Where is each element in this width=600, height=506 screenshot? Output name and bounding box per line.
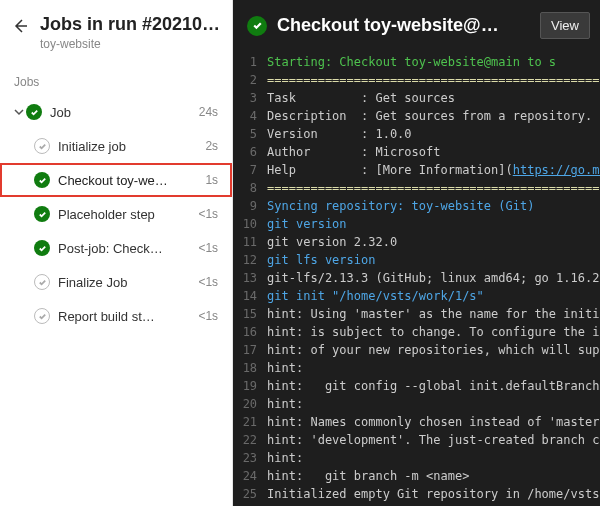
status-success-icon bbox=[247, 16, 267, 36]
status-done-icon bbox=[34, 274, 50, 290]
log-line: 1Starting: Checkout toy-website@main to … bbox=[239, 53, 600, 71]
step-label: Report build st… bbox=[58, 309, 198, 324]
log-line: 23hint: bbox=[239, 449, 600, 467]
line-text: Author : Microsoft bbox=[267, 143, 440, 161]
line-number: 8 bbox=[239, 179, 267, 197]
job-label: Job bbox=[50, 105, 199, 120]
arrow-left-icon bbox=[12, 18, 28, 34]
job-row-root[interactable]: Job 24s bbox=[0, 95, 232, 129]
log-line: 25Initialized empty Git repository in /h… bbox=[239, 485, 600, 503]
line-number: 9 bbox=[239, 197, 267, 215]
step-title: Checkout toy-website@… bbox=[277, 15, 530, 36]
jobs-panel: Jobs in run #20210… toy-website Jobs Job… bbox=[0, 0, 233, 506]
line-text: git-lfs/2.13.3 (GitHub; linux amd64; go … bbox=[267, 269, 600, 287]
repo-subtitle: toy-website bbox=[40, 37, 220, 51]
step-label: Placeholder step bbox=[58, 207, 198, 222]
line-number: 14 bbox=[239, 287, 267, 305]
line-number: 21 bbox=[239, 413, 267, 431]
log-line: 12git lfs version bbox=[239, 251, 600, 269]
status-success-icon bbox=[26, 104, 42, 120]
line-text: ========================================… bbox=[267, 179, 600, 197]
line-number: 25 bbox=[239, 485, 267, 503]
step-duration: <1s bbox=[198, 275, 218, 289]
line-text: Initialized empty Git repository in /hom… bbox=[267, 485, 600, 503]
log-line: 4Description : Get sources from a reposi… bbox=[239, 107, 600, 125]
line-text: hint: Names commonly chosen instead of '… bbox=[267, 413, 600, 431]
log-line: 15hint: Using 'master' as the name for t… bbox=[239, 305, 600, 323]
line-text: git init "/home/vsts/work/1/s" bbox=[267, 287, 484, 305]
line-number: 22 bbox=[239, 431, 267, 449]
step-row[interactable]: Initialize job2s bbox=[0, 129, 232, 163]
step-duration: <1s bbox=[198, 207, 218, 221]
log-line: 13git-lfs/2.13.3 (GitHub; linux amd64; g… bbox=[239, 269, 600, 287]
line-text: Version : 1.0.0 bbox=[267, 125, 412, 143]
step-label: Post-job: Check… bbox=[58, 241, 198, 256]
step-duration: 2s bbox=[205, 139, 218, 153]
log-line: 22hint: 'development'. The just-created … bbox=[239, 431, 600, 449]
line-number: 13 bbox=[239, 269, 267, 287]
link[interactable]: https://go.micros bbox=[513, 163, 600, 177]
status-success-icon bbox=[34, 206, 50, 222]
line-number: 17 bbox=[239, 341, 267, 359]
line-text: hint: of your new repositories, which wi… bbox=[267, 341, 600, 359]
log-line: 17hint: of your new repositories, which … bbox=[239, 341, 600, 359]
line-text: git version bbox=[267, 215, 346, 233]
chevron-down-icon bbox=[12, 107, 26, 117]
step-row[interactable]: Placeholder step<1s bbox=[0, 197, 232, 231]
log-line: 21hint: Names commonly chosen instead of… bbox=[239, 413, 600, 431]
line-number: 4 bbox=[239, 107, 267, 125]
status-done-icon bbox=[34, 138, 50, 154]
line-text: hint: bbox=[267, 359, 303, 377]
log-line: 7Help : [More Information](https://go.mi… bbox=[239, 161, 600, 179]
line-number: 6 bbox=[239, 143, 267, 161]
status-done-icon bbox=[34, 308, 50, 324]
run-title: Jobs in run #20210… bbox=[40, 14, 220, 35]
log-line: 3Task : Get sources bbox=[239, 89, 600, 107]
step-label: Initialize job bbox=[58, 139, 205, 154]
status-success-icon bbox=[34, 240, 50, 256]
line-text: git lfs version bbox=[267, 251, 375, 269]
line-number: 16 bbox=[239, 323, 267, 341]
step-row[interactable]: Report build st…<1s bbox=[0, 299, 232, 333]
step-label: Finalize Job bbox=[58, 275, 198, 290]
log-line: 9Syncing repository: toy-website (Git) bbox=[239, 197, 600, 215]
line-number: 3 bbox=[239, 89, 267, 107]
line-text: Syncing repository: toy-website (Git) bbox=[267, 197, 534, 215]
log-line: 5Version : 1.0.0 bbox=[239, 125, 600, 143]
jobs-section-label: Jobs bbox=[0, 57, 232, 95]
view-button[interactable]: View bbox=[540, 12, 590, 39]
steps-list: Initialize job2sCheckout toy-we…1sPlaceh… bbox=[0, 129, 232, 333]
line-number: 24 bbox=[239, 467, 267, 485]
line-number: 19 bbox=[239, 377, 267, 395]
line-text: hint: 'development'. The just-created br… bbox=[267, 431, 600, 449]
step-row[interactable]: Finalize Job<1s bbox=[0, 265, 232, 299]
log-line: 18hint: bbox=[239, 359, 600, 377]
line-number: 12 bbox=[239, 251, 267, 269]
header-titles: Jobs in run #20210… toy-website bbox=[40, 14, 220, 51]
line-text: Help : [More Information](https://go.mic… bbox=[267, 161, 600, 179]
back-button[interactable] bbox=[12, 18, 28, 38]
log-output[interactable]: 1Starting: Checkout toy-website@main to … bbox=[233, 53, 600, 506]
step-duration: <1s bbox=[198, 309, 218, 323]
line-number: 15 bbox=[239, 305, 267, 323]
step-row[interactable]: Post-job: Check…<1s bbox=[0, 231, 232, 265]
line-number: 18 bbox=[239, 359, 267, 377]
step-duration: 1s bbox=[205, 173, 218, 187]
log-line: 16hint: is subject to change. To configu… bbox=[239, 323, 600, 341]
log-line: 11git version 2.32.0 bbox=[239, 233, 600, 251]
log-panel: Checkout toy-website@… View 1Starting: C… bbox=[233, 0, 600, 506]
job-duration: 24s bbox=[199, 105, 218, 119]
step-label: Checkout toy-we… bbox=[58, 173, 205, 188]
log-line: 10git version bbox=[239, 215, 600, 233]
line-text: hint: is subject to change. To configure… bbox=[267, 323, 600, 341]
log-header: Checkout toy-website@… View bbox=[233, 0, 600, 53]
line-number: 7 bbox=[239, 161, 267, 179]
line-number: 5 bbox=[239, 125, 267, 143]
line-number: 1 bbox=[239, 53, 267, 71]
step-row[interactable]: Checkout toy-we…1s bbox=[0, 163, 232, 197]
line-text: Task : Get sources bbox=[267, 89, 455, 107]
line-text: Description : Get sources from a reposit… bbox=[267, 107, 600, 125]
panel-header: Jobs in run #20210… toy-website bbox=[0, 0, 232, 57]
log-line: 8=======================================… bbox=[239, 179, 600, 197]
log-line: 19hint: git config --global init.default… bbox=[239, 377, 600, 395]
